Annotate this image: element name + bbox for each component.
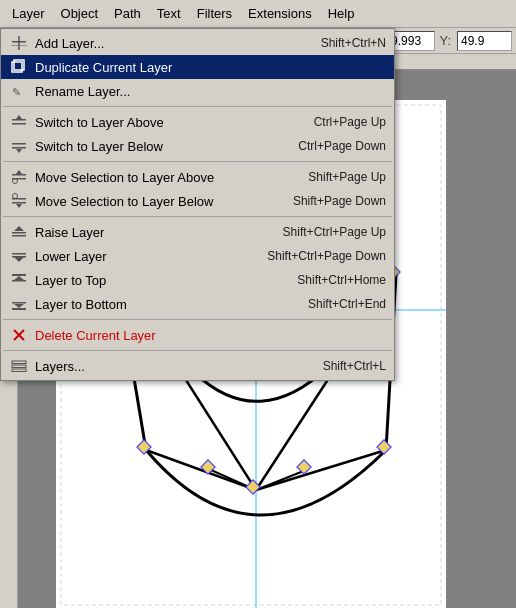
svg-rect-51 (12, 365, 26, 368)
layer-to-bottom-label: Layer to Bottom (35, 297, 288, 312)
menu-item-delete-layer[interactable]: Delete Current Layer (1, 323, 394, 347)
svg-rect-42 (12, 274, 26, 276)
switch-below-label: Switch to Layer Below (35, 139, 278, 154)
add-layer-label: Add Layer... (35, 36, 301, 51)
switch-above-icon (9, 114, 29, 130)
svg-marker-34 (16, 204, 22, 208)
move-selection-above-shortcut: Shift+Page Up (308, 170, 386, 184)
move-selection-below-shortcut: Shift+Page Down (293, 194, 386, 208)
menubar-filters[interactable]: Filters (189, 3, 240, 24)
move-selection-above-icon (9, 169, 29, 185)
dropdown-overlay: Add Layer... Shift+Ctrl+N Duplicate Curr… (0, 28, 395, 381)
menubar: Layer Object Path Text Filters Extension… (0, 0, 516, 28)
layer-to-top-shortcut: Shift+Ctrl+Home (297, 273, 386, 287)
lower-layer-icon (9, 248, 29, 264)
menu-item-raise-layer[interactable]: Raise Layer Shift+Ctrl+Page Up (1, 220, 394, 244)
menu-item-add-layer[interactable]: Add Layer... Shift+Ctrl+N (1, 31, 394, 55)
menu-item-move-selection-above[interactable]: Move Selection to Layer Above Shift+Page… (1, 165, 394, 189)
move-selection-above-label: Move Selection to Layer Above (35, 170, 288, 185)
svg-marker-44 (14, 276, 24, 280)
add-layer-icon (9, 35, 29, 51)
menu-item-layer-to-top[interactable]: Layer to Top Shift+Ctrl+Home (1, 268, 394, 292)
move-selection-below-icon (9, 193, 29, 209)
menubar-layer[interactable]: Layer (4, 3, 53, 24)
menu-item-layer-to-bottom[interactable]: Layer to Bottom Shift+Ctrl+End (1, 292, 394, 316)
layer-to-bottom-icon (9, 296, 29, 312)
svg-rect-18 (11, 45, 27, 46)
lower-layer-shortcut: Shift+Ctrl+Page Down (267, 249, 386, 263)
layer-to-top-icon (9, 272, 29, 288)
lower-layer-label: Lower Layer (35, 249, 247, 264)
menubar-text[interactable]: Text (149, 3, 189, 24)
svg-marker-27 (16, 149, 22, 153)
svg-rect-33 (12, 202, 26, 204)
menu-item-duplicate-layer[interactable]: Duplicate Current Layer (1, 55, 394, 79)
svg-text:✎: ✎ (12, 86, 21, 98)
layer-menu: Add Layer... Shift+Ctrl+N Duplicate Curr… (0, 28, 395, 381)
menubar-object[interactable]: Object (53, 3, 107, 24)
rename-layer-icon: ✎ (9, 83, 29, 99)
layers-dialog-shortcut: Shift+Ctrl+L (323, 359, 386, 373)
svg-rect-52 (12, 369, 26, 372)
svg-rect-46 (12, 302, 26, 304)
svg-point-35 (13, 194, 18, 199)
menu-item-move-selection-below[interactable]: Move Selection to Layer Below Shift+Page… (1, 189, 394, 213)
layer-to-top-label: Layer to Top (35, 273, 277, 288)
add-layer-shortcut: Shift+Ctrl+N (321, 36, 386, 50)
y-label: Y: (439, 33, 451, 48)
svg-rect-28 (12, 174, 26, 176)
menu-item-layers-dialog[interactable]: Layers... Shift+Ctrl+L (1, 354, 394, 378)
svg-rect-43 (12, 280, 26, 282)
separator-4 (3, 319, 392, 320)
duplicate-layer-label: Duplicate Current Layer (35, 60, 366, 75)
raise-layer-label: Raise Layer (35, 225, 263, 240)
duplicate-layer-icon (9, 59, 29, 75)
svg-marker-47 (14, 304, 24, 308)
svg-marker-30 (16, 170, 22, 174)
svg-marker-41 (14, 257, 24, 262)
svg-rect-25 (12, 143, 26, 145)
menubar-help[interactable]: Help (320, 3, 363, 24)
delete-layer-icon (9, 327, 29, 343)
menu-item-lower-layer[interactable]: Lower Layer Shift+Ctrl+Page Down (1, 244, 394, 268)
svg-rect-23 (12, 123, 26, 125)
svg-marker-38 (14, 226, 24, 231)
svg-rect-17 (18, 36, 20, 50)
svg-rect-26 (12, 147, 26, 149)
y-input[interactable] (457, 31, 512, 51)
rename-layer-label: Rename Layer... (35, 84, 386, 99)
menubar-extensions[interactable]: Extensions (240, 3, 320, 24)
svg-rect-39 (12, 253, 26, 255)
move-selection-below-label: Move Selection to Layer Below (35, 194, 273, 209)
svg-marker-24 (16, 115, 22, 119)
delete-layer-label: Delete Current Layer (35, 328, 386, 343)
svg-rect-22 (12, 119, 26, 121)
menu-item-rename-layer[interactable]: ✎ Rename Layer... (1, 79, 394, 103)
separator-3 (3, 216, 392, 217)
layers-dialog-icon (9, 358, 29, 374)
switch-below-icon (9, 138, 29, 154)
raise-layer-icon (9, 224, 29, 240)
menu-item-switch-below[interactable]: Switch to Layer Below Ctrl+Page Down (1, 134, 394, 158)
menubar-path[interactable]: Path (106, 3, 149, 24)
svg-rect-45 (12, 308, 26, 310)
svg-rect-37 (12, 235, 26, 237)
switch-above-label: Switch to Layer Above (35, 115, 294, 130)
svg-rect-36 (12, 232, 26, 234)
separator-1 (3, 106, 392, 107)
separator-5 (3, 350, 392, 351)
raise-layer-shortcut: Shift+Ctrl+Page Up (283, 225, 386, 239)
svg-rect-50 (12, 361, 26, 364)
layers-dialog-label: Layers... (35, 359, 303, 374)
menu-item-switch-above[interactable]: Switch to Layer Above Ctrl+Page Up (1, 110, 394, 134)
switch-above-shortcut: Ctrl+Page Up (314, 115, 386, 129)
separator-2 (3, 161, 392, 162)
layer-to-bottom-shortcut: Shift+Ctrl+End (308, 297, 386, 311)
svg-rect-11 (246, 480, 260, 494)
switch-below-shortcut: Ctrl+Page Down (298, 139, 386, 153)
